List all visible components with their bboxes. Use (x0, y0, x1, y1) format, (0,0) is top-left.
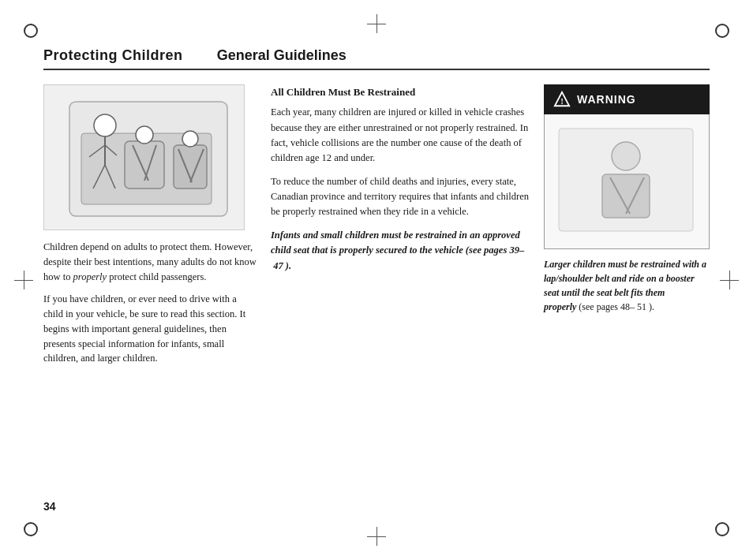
car-seat-illustration (43, 84, 245, 230)
warning-caption-end: (see pages 48– 51 ). (576, 301, 654, 312)
crosshair-bottom (367, 527, 386, 546)
warning-content-area (544, 114, 710, 249)
corner-mark-bl (24, 522, 38, 536)
left-column: Children depend on adults to protect the… (43, 84, 257, 374)
page-subtitle: General Guidelines (217, 47, 347, 63)
section-title: All Children Must Be Restrained (271, 84, 530, 100)
crosshair-top (367, 14, 386, 33)
mid-para3: Infants and small children must be restr… (271, 228, 530, 274)
left-para1: Children depend on adults to protect the… (43, 240, 257, 284)
svg-point-11 (182, 131, 198, 147)
corner-mark-tr (715, 24, 729, 38)
svg-point-9 (136, 126, 153, 144)
warning-triangle-icon: ! (553, 91, 571, 108)
crosshair-right (720, 271, 739, 289)
content-grid: Children depend on adults to protect the… (43, 84, 710, 374)
page-title: Protecting Children (43, 47, 183, 63)
warning-header-box: ! WARNING (544, 84, 710, 114)
middle-column: All Children Must Be Restrained Each yea… (271, 84, 530, 374)
page-number: 34 (43, 500, 56, 513)
crosshair-left (14, 271, 33, 289)
warning-illustration (551, 121, 701, 239)
corner-mark-tl (24, 24, 38, 38)
page-header: Protecting Children General Guidelines (43, 47, 710, 70)
svg-point-19 (612, 142, 640, 170)
svg-rect-8 (125, 141, 164, 189)
mid-para1: Each year, many children are injured or … (271, 105, 530, 166)
svg-text:!: ! (560, 96, 564, 106)
car-illustration-svg (46, 86, 243, 230)
mid-para2: To reduce the number of child deaths and… (271, 174, 530, 220)
page-content: Protecting Children General Guidelines (43, 47, 710, 513)
right-column: ! WARNING Larger children must b (544, 84, 710, 374)
left-para2: If you have children, or ever need to dr… (43, 292, 257, 366)
svg-point-2 (94, 114, 116, 136)
corner-mark-br (715, 522, 729, 536)
warning-caption: Larger children must be restrained with … (544, 257, 710, 314)
warning-label-text: WARNING (577, 93, 636, 106)
